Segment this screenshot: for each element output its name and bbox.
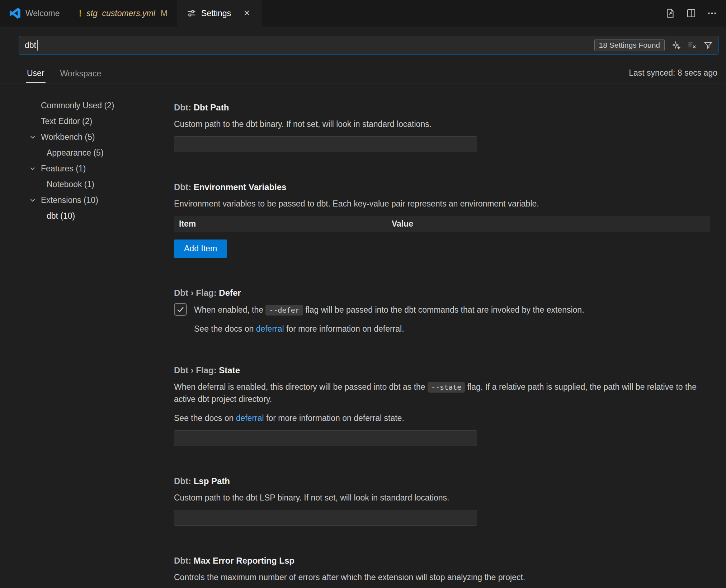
settings-search-area: dbt 18 Settings Found bbox=[0, 27, 726, 62]
toc-item-dbt[interactable]: dbt (10) bbox=[0, 208, 169, 224]
toc-item-label: dbt (10) bbox=[47, 211, 75, 221]
setting-title: Dbt: Lsp Path bbox=[174, 476, 712, 486]
inline-code: --defer bbox=[265, 305, 303, 316]
settings-toc: Commonly Used (2)Text Editor (2)Workbenc… bbox=[0, 84, 169, 588]
docs-link[interactable]: deferral bbox=[256, 324, 284, 333]
flag-state-input[interactable] bbox=[174, 430, 477, 446]
tab-settings[interactable]: Settings ✕ bbox=[177, 0, 262, 27]
text: Environment variables to be passed to db… bbox=[174, 199, 539, 208]
toc-item-label: Notebook (1) bbox=[47, 180, 94, 189]
last-synced-status: Last synced: 8 secs ago bbox=[629, 68, 717, 78]
warning-icon: ! bbox=[79, 8, 82, 19]
chevron-down-icon[interactable] bbox=[29, 165, 37, 172]
settings-list: Dbt: Dbt PathCustom path to the dbt bina… bbox=[169, 84, 726, 588]
setting-max-error-reporting-lsp: Dbt: Max Error Reporting LspControls the… bbox=[174, 556, 712, 588]
setting-title: Dbt › Flag: Defer bbox=[174, 288, 712, 298]
setting-title: Dbt: Max Error Reporting Lsp bbox=[174, 556, 712, 566]
toc-item-extensions[interactable]: Extensions (10) bbox=[0, 192, 169, 208]
results-count-badge: 18 Settings Found bbox=[594, 39, 665, 51]
tab-label: stg_customers.yml bbox=[86, 9, 155, 18]
toc-item-label: Extensions (10) bbox=[41, 195, 98, 205]
settings-content: Commonly Used (2)Text Editor (2)Workbenc… bbox=[0, 84, 726, 588]
kv-column-value: Value bbox=[392, 219, 710, 229]
toc-item-workbench[interactable]: Workbench (5) bbox=[0, 129, 169, 145]
setting-note: See the docs on deferral for more inform… bbox=[194, 323, 712, 335]
kv-table-header: ItemValue bbox=[174, 216, 710, 232]
tune-sliders-icon bbox=[187, 8, 197, 18]
scope-tab-workspace[interactable]: Workspace bbox=[59, 64, 103, 82]
chevron-down-icon[interactable] bbox=[29, 133, 37, 141]
setting-title: Dbt: Environment Variables bbox=[174, 182, 712, 192]
tab-label: Settings bbox=[201, 9, 231, 18]
add-item-button[interactable]: Add Item bbox=[174, 240, 227, 258]
text-caret bbox=[37, 40, 38, 51]
setting-category: Dbt: bbox=[174, 476, 194, 486]
setting-description: Custom path to the dbt binary. If not se… bbox=[174, 118, 705, 131]
check-icon bbox=[176, 305, 185, 314]
toc-item-label: Commonly Used (2) bbox=[41, 101, 114, 110]
toc-item-label: Text Editor (2) bbox=[41, 117, 92, 126]
setting-label: State bbox=[219, 365, 240, 375]
setting-description: Custom path to the dbt LSP binary. If no… bbox=[174, 492, 705, 504]
setting-dbt-path: Dbt: Dbt PathCustom path to the dbt bina… bbox=[174, 103, 712, 152]
setting-description: Controls the maximum number of errors af… bbox=[174, 572, 705, 584]
toc-item-commonly-used[interactable]: Commonly Used (2) bbox=[0, 98, 169, 113]
text: flag will be passed into the dbt command… bbox=[303, 305, 584, 314]
setting-lsp-path: Dbt: Lsp PathCustom path to the dbt LSP … bbox=[174, 476, 712, 526]
docs-link[interactable]: deferral bbox=[236, 413, 264, 423]
filter-icon[interactable] bbox=[703, 41, 713, 50]
flag-defer-checkbox[interactable] bbox=[174, 303, 187, 316]
setting-description: Environment variables to be passed to db… bbox=[174, 198, 705, 210]
toc-item-notebook[interactable]: Notebook (1) bbox=[0, 176, 169, 192]
text: When enabled, the bbox=[194, 305, 265, 314]
setting-category: Dbt: bbox=[174, 103, 194, 112]
vscode-logo-icon bbox=[9, 8, 21, 19]
text: for more information on deferral state. bbox=[264, 413, 404, 423]
toc-item-features[interactable]: Features (1) bbox=[0, 161, 169, 176]
inline-code: --state bbox=[428, 382, 465, 393]
setting-label: Lsp Path bbox=[194, 476, 230, 486]
toc-item-appearance[interactable]: Appearance (5) bbox=[0, 145, 169, 161]
settings-search-input[interactable]: dbt 18 Settings Found bbox=[19, 36, 718, 54]
sparkle-icon[interactable] bbox=[671, 41, 681, 50]
text: for more information on deferral. bbox=[284, 324, 404, 333]
lsp-path-input[interactable] bbox=[174, 510, 477, 526]
toc-item-label: Features (1) bbox=[41, 164, 86, 174]
settings-scope-row: User Workspace Last synced: 8 secs ago bbox=[0, 62, 726, 84]
text: Custom path to the dbt binary. If not se… bbox=[174, 119, 432, 129]
git-modified-badge: M bbox=[161, 9, 168, 18]
setting-flag-state: Dbt › Flag: StateWhen deferral is enable… bbox=[174, 365, 712, 446]
setting-label: Environment Variables bbox=[194, 182, 287, 192]
toc-item-label: Appearance (5) bbox=[47, 148, 104, 158]
chevron-down-icon[interactable] bbox=[29, 196, 37, 204]
setting-label: Dbt Path bbox=[194, 103, 229, 112]
setting-label: Max Error Reporting Lsp bbox=[194, 556, 294, 565]
setting-environment-variables: Dbt: Environment VariablesEnvironment va… bbox=[174, 182, 712, 258]
setting-title: Dbt › Flag: State bbox=[174, 365, 712, 375]
text: See the docs on bbox=[194, 324, 256, 333]
open-settings-json-icon[interactable] bbox=[665, 8, 676, 19]
editor-tab-bar: Welcome ! stg_customers.yml M Settings ✕ bbox=[0, 0, 726, 27]
setting-description: When deferral is enabled, this directory… bbox=[174, 381, 705, 406]
checkbox-label: When enabled, the --defer flag will be p… bbox=[194, 304, 584, 316]
toc-item-text-editor[interactable]: Text Editor (2) bbox=[0, 113, 169, 129]
split-editor-icon[interactable] bbox=[686, 8, 697, 19]
editor-actions bbox=[665, 0, 726, 27]
scope-tab-user[interactable]: User bbox=[26, 63, 46, 83]
setting-category: Dbt › Flag: bbox=[174, 288, 219, 298]
tab-welcome[interactable]: Welcome bbox=[0, 0, 69, 27]
clear-search-results-icon[interactable] bbox=[687, 41, 697, 50]
setting-category: Dbt › Flag: bbox=[174, 365, 219, 375]
text: See the docs on bbox=[174, 413, 236, 423]
kv-column-item: Item bbox=[174, 219, 392, 229]
text: When deferral is enabled, this directory… bbox=[174, 382, 428, 392]
setting-title: Dbt: Dbt Path bbox=[174, 103, 712, 113]
more-actions-icon[interactable] bbox=[707, 8, 717, 19]
environment-variables-table: ItemValue bbox=[174, 216, 710, 232]
setting-category: Dbt: bbox=[174, 556, 194, 565]
tab-stg-customers[interactable]: ! stg_customers.yml M bbox=[69, 0, 177, 27]
dbt-path-input[interactable] bbox=[174, 136, 477, 152]
setting-flag-defer: Dbt › Flag: DeferWhen enabled, the --def… bbox=[174, 288, 712, 335]
close-icon[interactable]: ✕ bbox=[241, 8, 252, 19]
toc-item-label: Workbench (5) bbox=[41, 132, 95, 142]
